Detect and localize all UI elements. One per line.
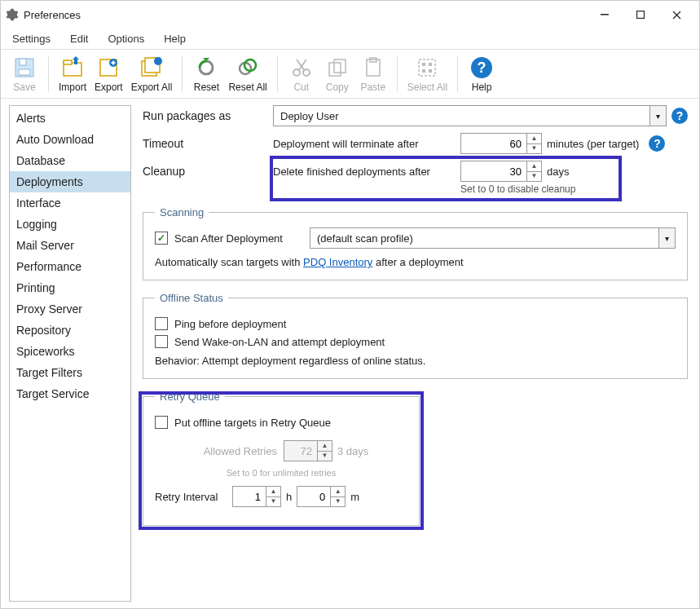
offline-status-group: Offline Status Ping before deployment Se…	[143, 292, 688, 379]
svg-rect-21	[334, 60, 346, 73]
menu-settings[interactable]: Settings	[9, 31, 54, 46]
maximize-button[interactable]	[623, 2, 658, 27]
sidebar-item-repository[interactable]: Repository	[10, 320, 130, 341]
sidebar-item-database[interactable]: Database	[10, 150, 130, 171]
retry-interval-h-input[interactable]	[233, 487, 266, 506]
run-as-label: Run packages as	[143, 109, 273, 122]
sidebar-item-target-filters[interactable]: Target Filters	[10, 362, 130, 383]
sidebar-item-spiceworks[interactable]: Spiceworks	[10, 341, 130, 362]
offline-legend: Offline Status	[155, 292, 228, 304]
save-label: Save	[13, 82, 35, 93]
retry-interval-h-spinner[interactable]: ▲▼	[232, 486, 281, 507]
spin-up-icon[interactable]: ▲	[527, 134, 541, 144]
svg-rect-26	[429, 63, 432, 66]
toolbar-separator	[457, 56, 458, 92]
timeout-text: Deployment will terminate after	[273, 138, 460, 150]
chevron-down-icon: ▾	[649, 106, 666, 126]
settings-panel: Run packages as Deploy User ▾ ? Timeout …	[136, 99, 699, 608]
sidebar-item-printing[interactable]: Printing	[10, 277, 130, 298]
behavior-text: Behavior: Attempt deployment regardless …	[155, 355, 676, 367]
chevron-down-icon: ▾	[658, 228, 675, 248]
svg-point-14	[154, 57, 162, 65]
sidebar-item-mail-server[interactable]: Mail Server	[10, 235, 130, 256]
pdq-inventory-link[interactable]: PDQ Inventory	[303, 256, 372, 268]
help-label: Help	[472, 82, 492, 93]
wol-checkbox[interactable]	[155, 335, 168, 348]
svg-rect-0	[601, 14, 609, 15]
scan-profile-select[interactable]: (default scan profile) ▾	[310, 227, 676, 249]
run-as-value: Deploy User	[274, 110, 649, 122]
export-label: Export	[95, 82, 123, 93]
help-icon[interactable]: ?	[671, 108, 688, 124]
export-button[interactable]: Export	[91, 52, 126, 96]
gear-icon	[6, 8, 19, 21]
retry-queue-group: Retry Queue Put offline targets in Retry…	[143, 391, 420, 526]
reset-icon	[194, 55, 218, 80]
spin-up-icon[interactable]: ▲	[266, 487, 280, 497]
retry-queue-checkbox[interactable]	[155, 416, 168, 429]
spin-down-icon[interactable]: ▼	[527, 144, 541, 154]
spin-down-icon[interactable]: ▼	[266, 497, 280, 507]
cut-button: Cut	[284, 52, 319, 96]
svg-rect-20	[329, 63, 341, 76]
export-all-icon	[139, 55, 164, 80]
sidebar-item-deployments[interactable]: Deployments	[10, 171, 130, 192]
menu-help[interactable]: Help	[161, 31, 189, 46]
spin-up-icon[interactable]: ▲	[527, 161, 541, 172]
svg-text:?: ?	[478, 60, 486, 76]
sidebar-item-performance[interactable]: Performance	[10, 256, 130, 277]
paste-icon	[361, 55, 385, 80]
svg-rect-6	[64, 60, 72, 64]
ping-before-checkbox[interactable]	[155, 317, 168, 330]
spin-down-icon[interactable]: ▼	[527, 172, 541, 182]
timeout-label: Timeout	[143, 137, 273, 150]
sidebar-item-target-service[interactable]: Target Service	[10, 383, 130, 404]
reset-all-button[interactable]: Reset All	[225, 52, 270, 96]
window-title: Preferences	[24, 9, 81, 21]
reset-all-icon	[236, 55, 260, 80]
spin-up-icon[interactable]: ▲	[331, 487, 345, 497]
timeout-spinner[interactable]: ▲▼	[460, 133, 542, 154]
spin-down-icon[interactable]: ▼	[331, 497, 345, 507]
minimize-button[interactable]	[587, 2, 623, 27]
cleanup-days-spinner[interactable]: ▲▼	[460, 161, 542, 182]
retry-interval-m-input[interactable]	[297, 487, 330, 506]
sidebar-item-alerts[interactable]: Alerts	[10, 108, 130, 129]
allowed-retries-input	[284, 441, 317, 461]
menu-options[interactable]: Options	[104, 31, 147, 46]
export-all-label: Export All	[131, 82, 173, 93]
minute-unit: m	[350, 491, 359, 503]
cut-icon	[289, 55, 314, 80]
category-sidebar: Alerts Auto Download Database Deployment…	[9, 105, 131, 602]
close-button[interactable]	[658, 2, 694, 27]
timeout-input[interactable]	[461, 134, 526, 153]
timeout-unit: minutes (per target)	[547, 138, 639, 150]
sidebar-item-interface[interactable]: Interface	[10, 192, 130, 214]
sidebar-item-logging[interactable]: Logging	[10, 214, 130, 235]
toolbar: Save Import Export Export All Rese	[1, 50, 699, 99]
scanning-group: Scanning Scan After Deployment (default …	[143, 206, 688, 280]
select-all-icon	[415, 55, 439, 80]
save-button: Save	[7, 52, 42, 96]
cleanup-hint: Set to 0 to disable cleanup	[460, 183, 688, 195]
help-icon[interactable]: ?	[649, 135, 665, 152]
help-button[interactable]: ? Help	[464, 52, 499, 96]
export-all-button[interactable]: Export All	[128, 52, 176, 96]
scanning-legend: Scanning	[155, 206, 209, 218]
retry-interval-m-spinner[interactable]: ▲▼	[297, 486, 346, 507]
titlebar: Preferences	[1, 1, 699, 29]
scan-after-checkbox[interactable]	[155, 232, 168, 245]
cleanup-input[interactable]	[461, 161, 526, 181]
run-as-select[interactable]: Deploy User ▾	[273, 105, 667, 126]
toolbar-separator	[182, 56, 183, 92]
sidebar-item-proxy-server[interactable]: Proxy Server	[10, 298, 130, 320]
menubar: Settings Edit Options Help	[1, 29, 699, 50]
cut-label: Cut	[293, 82, 309, 93]
svg-rect-27	[422, 69, 425, 73]
reset-button[interactable]: Reset	[189, 52, 223, 96]
menu-edit[interactable]: Edit	[67, 31, 91, 46]
sidebar-item-auto-download[interactable]: Auto Download	[10, 129, 130, 150]
reset-label: Reset	[194, 82, 219, 93]
import-button[interactable]: Import	[55, 52, 90, 96]
save-icon	[12, 55, 37, 80]
